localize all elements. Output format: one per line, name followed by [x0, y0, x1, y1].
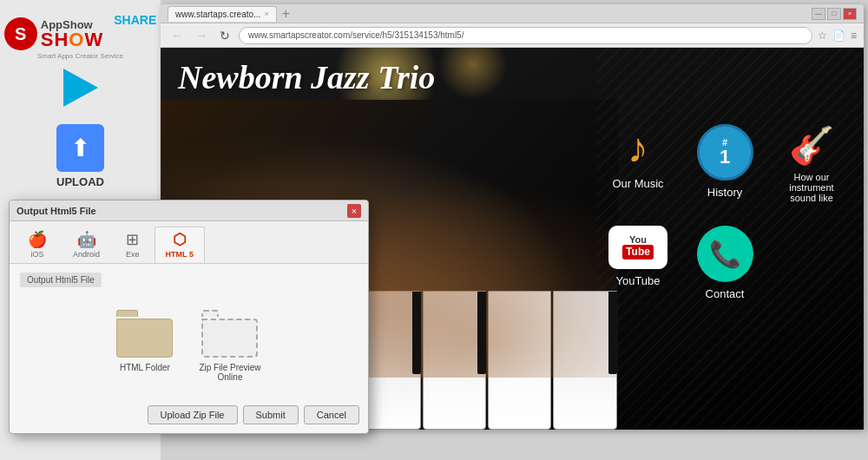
history-label: History [707, 186, 742, 199]
upload-label: UPLOAD [56, 175, 104, 188]
menu-item-history[interactable]: # 1 History [681, 117, 768, 210]
window-controls: — □ × [812, 8, 857, 20]
dialog-footer: Upload Zip File Submit Cancel [148, 405, 359, 424]
contact-label: Contact [706, 287, 745, 300]
output-label: Output Html5 File [20, 273, 102, 287]
zip-folder-icon[interactable] [201, 310, 258, 358]
dialog: Output Html5 File × 🍎 iOS 🤖 Android ⊞ Ex… [9, 200, 369, 434]
ios-icon: 🍎 [28, 231, 47, 250]
html5-icon: ⬡ [173, 231, 187, 250]
html5-label: HTML 5 [166, 250, 194, 259]
menu-item-instrument[interactable]: 🎸 How ourinstrumentsound like [768, 117, 855, 210]
menu-item-contact[interactable]: 📞 Contact [681, 219, 768, 307]
html-folder-label: HTML Folder [120, 363, 170, 372]
forward-button[interactable]: → [192, 27, 211, 44]
dialog-titlebar: Output Html5 File × [10, 200, 368, 221]
tab-exe[interactable]: ⊞ Exe [115, 227, 151, 263]
logo-show-text: SHOW [41, 30, 103, 49]
music-note-icon: ♪ [628, 124, 648, 172]
browser-tab-active[interactable]: www.startaps.creato... × [168, 6, 277, 22]
arrow-right-icon [63, 69, 98, 107]
new-tab-button[interactable]: + [282, 6, 290, 22]
app-logo: S AppShow SHOW SHARE Smart Apps Creator … [4, 17, 156, 60]
toolbar-icons: ☆ 📄 ≡ [818, 30, 857, 42]
logo-bulb-icon: S [4, 17, 37, 50]
exe-icon: ⊞ [126, 231, 139, 250]
share-label: SHARE [114, 13, 156, 27]
phone-icon: 📞 [697, 226, 753, 282]
zip-folder-label: Zip File Preview Online [199, 363, 260, 382]
browser-toolbar: ← → ↻ www.smartapscreator.com/service/h5… [161, 23, 864, 48]
back-button[interactable]: ← [168, 27, 187, 44]
maximize-button[interactable]: □ [827, 8, 841, 20]
android-label: Android [73, 250, 100, 259]
submit-button[interactable]: Submit [243, 405, 299, 424]
android-icon: 🤖 [77, 231, 96, 250]
ios-label: iOS [30, 250, 43, 259]
history-badge-icon: # 1 [697, 124, 753, 181]
exe-label: Exe [126, 250, 140, 259]
zip-folder-item[interactable]: Zip File Preview Online [199, 310, 260, 382]
music-label: Our Music [612, 177, 663, 190]
upload-icon[interactable]: ⬆ [56, 124, 104, 172]
menu-grid: ♪ Our Music # 1 History 🎸 How ourinstrum… [595, 117, 855, 307]
minimize-button[interactable]: — [812, 8, 825, 20]
folder-grid: HTML Folder Zip File Preview Online [20, 310, 358, 382]
tab-close-icon[interactable]: × [264, 10, 268, 18]
upload-zip-button[interactable]: Upload Zip File [148, 405, 238, 424]
tab-ios[interactable]: 🍎 iOS [16, 227, 58, 263]
guitar-icon: 🎸 [789, 124, 834, 167]
page-icon[interactable]: 📄 [832, 30, 845, 42]
tab-label: www.startaps.creato... [175, 10, 260, 19]
dialog-tabs: 🍎 iOS 🤖 Android ⊞ Exe ⬡ HTML 5 [10, 221, 368, 264]
cancel-button[interactable]: Cancel [304, 405, 359, 424]
dialog-close-button[interactable]: × [347, 204, 361, 218]
browser-titlebar: www.startaps.creato... × + — □ × [161, 4, 864, 23]
logo-subtitle: Smart Apps Creator Service [37, 52, 123, 60]
dialog-content: Output Html5 File HTML Folder Zip File P… [10, 264, 368, 389]
instrument-label: How ourinstrumentsound like [789, 172, 833, 203]
address-text: www.smartapscreator.com/service/h5/31513… [248, 30, 464, 40]
close-button[interactable]: × [843, 8, 857, 20]
youtube-icon: You Tube [608, 226, 667, 269]
tab-html5[interactable]: ⬡ HTML 5 [155, 227, 205, 263]
reload-button[interactable]: ↻ [216, 27, 233, 44]
share-arrow [63, 69, 98, 107]
html-folder-item[interactable]: HTML Folder [116, 310, 173, 382]
html-folder-icon[interactable] [116, 310, 173, 358]
address-bar[interactable]: www.smartapscreator.com/service/h5/31513… [239, 27, 812, 44]
menu-item-music[interactable]: ♪ Our Music [595, 117, 681, 210]
tab-bar: www.startaps.creato... × + [168, 6, 290, 22]
tab-android[interactable]: 🤖 Android [62, 227, 111, 263]
upload-section[interactable]: ⬆ UPLOAD [56, 124, 104, 188]
youtube-label: YouTube [615, 274, 660, 287]
star-icon[interactable]: ☆ [818, 30, 827, 42]
site-title: Newborn Jazz Trio [178, 58, 864, 96]
settings-icon[interactable]: ≡ [851, 30, 857, 42]
dialog-title: Output Html5 File [16, 206, 96, 216]
